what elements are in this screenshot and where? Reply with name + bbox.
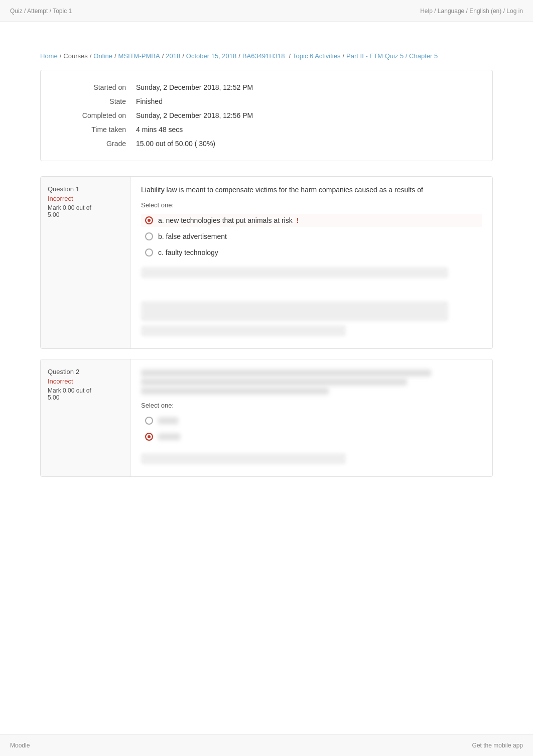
- question-1-radio-b: [145, 232, 153, 240]
- completed-on-value: Sunday, 2 December 2018, 12:56 PM: [136, 111, 253, 119]
- question-1-radio-a: [145, 216, 153, 224]
- question-1-text: Liability law is meant to compensate vic…: [141, 185, 482, 195]
- breadcrumb-sep-1: /: [60, 52, 62, 60]
- breadcrumb-sep-3: /: [114, 52, 116, 60]
- breadcrumb-sep-2: /: [90, 52, 92, 60]
- page-header: Quiz / Attempt / Topic 1 Help / Language…: [0, 0, 533, 22]
- started-on-value: Sunday, 2 December 2018, 12:52 PM: [136, 83, 253, 91]
- grade-label: Grade: [56, 140, 136, 148]
- question-2-option-true[interactable]: [141, 414, 482, 427]
- page-footer: Moodle Get the mobile app: [0, 734, 533, 756]
- question-1-feedback-block: [141, 301, 448, 321]
- breadcrumb-sep-5: /: [182, 52, 184, 60]
- question-2-status: Incorrect: [48, 377, 123, 385]
- question-1-num: 1: [76, 185, 79, 193]
- question-1-body: Liability law is meant to compensate vic…: [131, 177, 492, 348]
- question-2-blur-3: [141, 388, 329, 395]
- question-2-radio-true: [145, 417, 153, 425]
- breadcrumb-2018[interactable]: 2018: [166, 52, 180, 60]
- question-2-option-false-text: [158, 433, 180, 440]
- started-on-row: Started on Sunday, 2 December 2018, 12:5…: [56, 80, 477, 94]
- question-1-status: Incorrect: [48, 195, 123, 202]
- question-2-body: Select one:: [131, 359, 492, 476]
- question-2-label: Question: [48, 368, 74, 375]
- breadcrumb-sep-6: /: [238, 52, 240, 60]
- state-row: State Finished: [56, 94, 477, 108]
- question-2-blur-2: [141, 379, 407, 386]
- question-1-option-a[interactable]: a. new technologies that put animals at …: [141, 214, 482, 227]
- header-right: Help / Language / English (en) / Log in: [420, 8, 523, 15]
- breadcrumb-courses: Courses: [63, 52, 87, 60]
- question-1-num-line: Question 1: [48, 185, 123, 193]
- question-2-feedback: [141, 453, 482, 464]
- completed-on-row: Completed on Sunday, 2 December 2018, 12…: [56, 108, 477, 122]
- question-2-num-line: Question 2: [48, 367, 123, 375]
- breadcrumb-msitm[interactable]: MSITM-PMBA: [118, 52, 160, 60]
- question-1-feedback: [141, 267, 482, 336]
- question-1-option-c[interactable]: c. faulty technology: [141, 246, 482, 259]
- main-content: Started on Sunday, 2 December 2018, 12:5…: [0, 70, 533, 507]
- question-1-option-b[interactable]: b. false advertisement: [141, 230, 482, 243]
- header-logo-text: Quiz / Attempt / Topic 1: [10, 8, 72, 15]
- question-2-option-false[interactable]: [141, 430, 482, 443]
- time-taken-value: 4 mins 48 secs: [136, 125, 183, 134]
- quiz-info-table: Started on Sunday, 2 December 2018, 12:5…: [40, 70, 493, 161]
- question-2-block: Question 2 Incorrect Mark 0.00 out of 5.…: [40, 359, 493, 477]
- header-left: Quiz / Attempt / Topic 1: [10, 8, 72, 15]
- time-taken-label: Time taken: [56, 125, 136, 134]
- started-on-label: Started on: [56, 83, 136, 91]
- question-1-mark: Mark 0.00 out of 5.00: [48, 204, 123, 218]
- breadcrumb-date[interactable]: October 15, 2018: [186, 52, 236, 60]
- breadcrumb-section: Home / Courses / Online / MSITM-PMBA / 2…: [0, 22, 533, 70]
- grade-row: Grade 15.00 out of 50.00 ( 30%): [56, 137, 477, 151]
- header-right-text: Help / Language / English (en) / Log in: [420, 8, 523, 15]
- question-1-option-b-text: b. false advertisement: [158, 232, 227, 240]
- breadcrumb-quiz[interactable]: Part II - FTM Quiz 5 / Chapter 5: [346, 52, 438, 60]
- question-1-select-one: Select one:: [141, 201, 482, 209]
- question-1-block: Question 1 Incorrect Mark 0.00 out of 5.…: [40, 176, 493, 349]
- question-2-option-true-text: [158, 417, 178, 424]
- completed-on-label: Completed on: [56, 111, 136, 119]
- question-1-option-c-text: c. faulty technology: [158, 248, 218, 257]
- question-2-num: 2: [76, 368, 79, 375]
- breadcrumb: Home / Courses / Online / MSITM-PMBA / 2…: [40, 52, 493, 60]
- question-1-option-a-text: a. new technologies that put animals at …: [158, 216, 293, 224]
- breadcrumb-home[interactable]: Home: [40, 52, 58, 60]
- question-1-sidebar: Question 1 Incorrect Mark 0.00 out of 5.…: [41, 177, 131, 348]
- question-2-text-blurred: [141, 369, 482, 395]
- question-2-blur-1: [141, 369, 431, 376]
- breadcrumb-course-code[interactable]: BA63491H318: [242, 52, 285, 60]
- breadcrumb-online[interactable]: Online: [93, 52, 112, 60]
- breadcrumb-sep-7: /: [289, 52, 291, 60]
- question-2-select-one: Select one:: [141, 402, 482, 409]
- question-1-radio-c: [145, 248, 153, 257]
- state-value: Finished: [136, 97, 163, 105]
- question-1-label: Question: [48, 185, 74, 193]
- breadcrumb-sep-8: /: [342, 52, 344, 60]
- question-2-feedback-line1: [141, 453, 346, 464]
- footer-right-text: Get the mobile app: [472, 742, 523, 749]
- time-taken-row: Time taken 4 mins 48 secs: [56, 122, 477, 137]
- breadcrumb-sep-4: /: [162, 52, 164, 60]
- question-1-feedback-line2: [141, 325, 346, 336]
- breadcrumb-topic-activities[interactable]: Topic 6 Activities: [293, 52, 340, 60]
- state-label: State: [56, 97, 136, 105]
- footer-left-text: Moodle: [10, 742, 30, 749]
- question-2-mark: Mark 0.00 out of 5.00: [48, 387, 123, 401]
- question-2-sidebar: Question 2 Incorrect Mark 0.00 out of 5.…: [41, 359, 131, 476]
- grade-value: 15.00 out of 50.00 ( 30%): [136, 140, 215, 148]
- question-2-radio-false: [145, 433, 153, 441]
- question-1-incorrect-marker: !: [297, 216, 299, 224]
- question-1-feedback-line1: [141, 267, 448, 278]
